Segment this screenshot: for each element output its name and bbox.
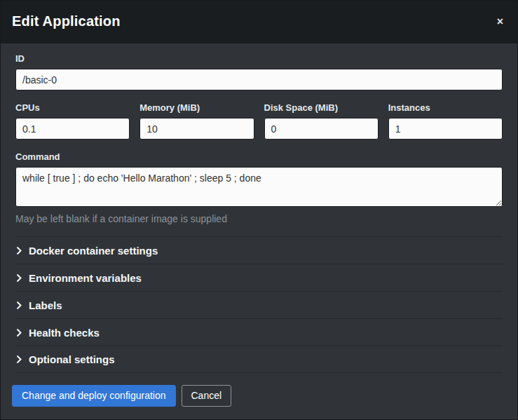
chevron-right-icon (15, 273, 22, 283)
chevron-right-icon (15, 246, 22, 255)
command-input[interactable]: while [ true ] ; do echo 'Hello Marathon… (15, 167, 503, 207)
section-label: Docker container settings (29, 245, 158, 257)
command-help-text: May be left blank if a container image i… (15, 213, 503, 224)
modal-header: Edit Application × (1, 1, 517, 43)
instances-input[interactable] (388, 118, 503, 140)
command-label: Command (15, 151, 503, 162)
section-health-checks[interactable]: Health checks (15, 318, 503, 346)
edit-application-modal: Edit Application × ID CPUs Memory (MiB) … (0, 0, 518, 420)
section-label: Environment variables (29, 272, 142, 284)
section-label: Health checks (29, 327, 100, 339)
page-title: Edit Application (12, 13, 121, 29)
id-field-group: ID (15, 53, 503, 90)
cpus-label: CPUs (15, 102, 130, 113)
section-docker-container-settings[interactable]: Docker container settings (15, 236, 503, 264)
instances-field-group: Instances (388, 102, 503, 140)
edit-application-form: ID CPUs Memory (MiB) Disk Space (MiB) In… (1, 43, 517, 373)
modal-footer: Change and deploy configuration Cancel (1, 373, 517, 420)
change-and-deploy-button[interactable]: Change and deploy configuration (12, 385, 176, 407)
command-field-group: Command while [ true ] ; do echo 'Hello … (15, 151, 503, 224)
memory-input[interactable] (139, 118, 254, 140)
section-environment-variables[interactable]: Environment variables (15, 264, 503, 291)
section-label: Labels (29, 299, 62, 311)
disk-label: Disk Space (MiB) (264, 102, 379, 113)
cpus-field-group: CPUs (15, 102, 130, 140)
cancel-button[interactable]: Cancel (182, 385, 232, 407)
chevron-right-icon (15, 355, 22, 364)
collapsible-sections: Docker container settings Environment va… (15, 236, 503, 373)
close-icon[interactable]: × (494, 15, 506, 29)
chevron-right-icon (15, 301, 22, 310)
memory-field-group: Memory (MiB) (139, 102, 254, 140)
chevron-right-icon (15, 328, 22, 337)
id-label: ID (15, 53, 503, 64)
resources-row: CPUs Memory (MiB) Disk Space (MiB) Insta… (15, 102, 503, 140)
disk-field-group: Disk Space (MiB) (264, 102, 379, 140)
memory-label: Memory (MiB) (139, 102, 254, 113)
instances-label: Instances (388, 102, 503, 113)
disk-input[interactable] (264, 118, 379, 140)
cpus-input[interactable] (15, 118, 130, 140)
section-label: Optional settings (29, 353, 115, 365)
id-input[interactable] (15, 69, 503, 90)
section-optional-settings[interactable]: Optional settings (15, 346, 503, 373)
section-labels[interactable]: Labels (15, 291, 503, 318)
